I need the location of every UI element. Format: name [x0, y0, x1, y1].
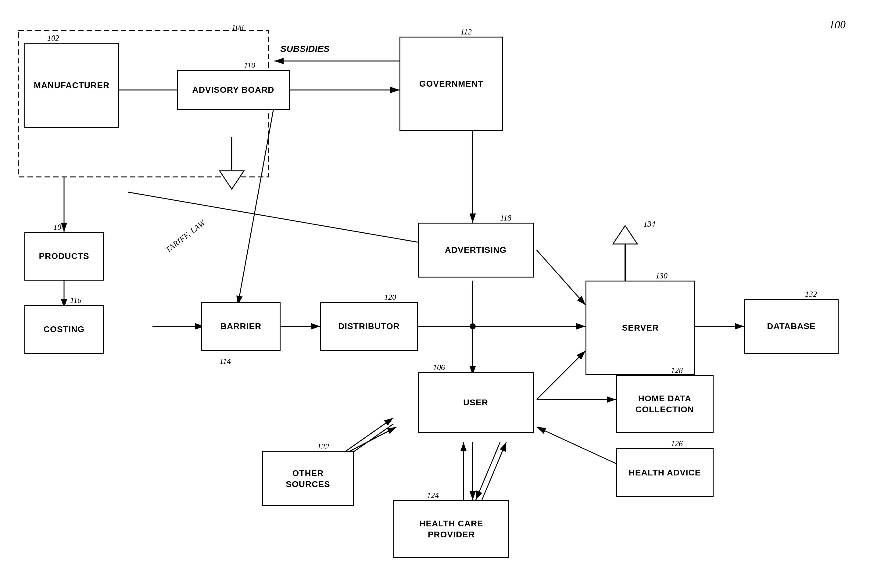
subsidies-label: SUBSIDIES [280, 44, 330, 54]
database-ref: 132 [805, 290, 817, 299]
government-ref: 112 [460, 27, 472, 37]
other-sources-box: OTHER SOURCES [262, 451, 354, 506]
other-sources-ref: 122 [317, 442, 329, 451]
server-ref: 130 [655, 271, 667, 281]
manufacturer-ref: 102 [47, 34, 59, 43]
barrier-ref: 114 [219, 357, 231, 366]
user-box: USER [418, 372, 534, 433]
advertising-ref: 118 [500, 213, 511, 223]
home-data-box: HOME DATA COLLECTION [616, 375, 714, 433]
home-data-ref: 128 [671, 366, 683, 375]
svg-line-33 [482, 442, 506, 500]
advisory-board-box: ADVISORY BOARD [177, 70, 290, 110]
costing-ref: 116 [70, 296, 81, 305]
svg-line-34 [476, 442, 500, 500]
distributor-box: DISTRIBUTOR [320, 302, 418, 351]
products-ref: 104 [54, 223, 65, 232]
svg-line-19 [238, 104, 274, 305]
database-box: DATABASE [744, 299, 839, 354]
svg-marker-8 [219, 171, 244, 189]
health-care-box: HEALTH CARE PROVIDER [393, 500, 509, 558]
barrier-box: BARRIER [201, 302, 280, 351]
products-box: PRODUCTS [24, 232, 104, 281]
dashed-group-ref: 108 [232, 23, 244, 32]
health-care-ref: 124 [427, 491, 439, 500]
distributor-ref: 120 [384, 293, 396, 302]
user-ref: 106 [433, 363, 445, 372]
svg-marker-25 [613, 226, 637, 244]
health-advice-box: HEALTH ADVICE [616, 448, 714, 497]
svg-line-20 [537, 351, 585, 399]
diagram-title: 100 [829, 18, 846, 31]
svg-point-35 [469, 323, 476, 329]
manufacturer-box: MANUFACTURER [24, 43, 119, 128]
government-box: GOVERNMENT [399, 37, 503, 131]
svg-line-23 [537, 427, 616, 464]
ref-134: 134 [644, 220, 655, 229]
server-box: SERVER [585, 281, 695, 375]
advisory-board-ref: 110 [244, 61, 255, 70]
diagram: 100 SUBSIDIES [0, 0, 870, 588]
advertising-box: ADVERTISING [418, 223, 534, 277]
costing-box: COSTING [24, 305, 104, 354]
health-advice-ref: 126 [671, 439, 683, 448]
svg-line-17 [537, 250, 585, 305]
